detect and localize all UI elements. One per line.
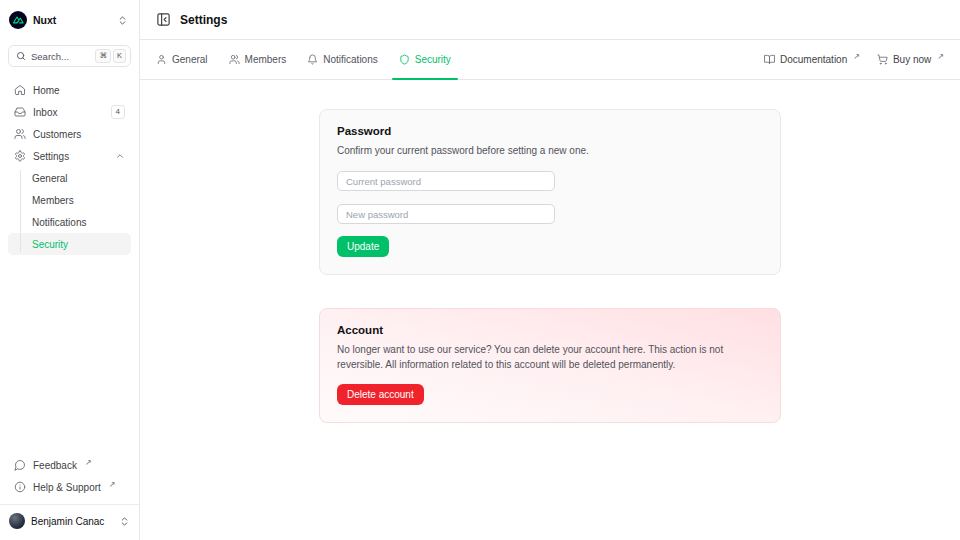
search-input[interactable]: Search... ⌘ K bbox=[8, 45, 131, 67]
tab-security[interactable]: Security bbox=[399, 40, 451, 79]
sidebar-item-settings[interactable]: Settings bbox=[8, 145, 131, 167]
tab-general[interactable]: General bbox=[156, 40, 208, 79]
user-menu[interactable]: Benjamin Canac bbox=[0, 504, 139, 532]
shield-icon bbox=[399, 54, 410, 65]
sidebar-item-label: Customers bbox=[33, 129, 81, 140]
users-icon bbox=[14, 128, 26, 140]
external-link-icon: ↗ bbox=[937, 52, 944, 61]
link-label: Buy now bbox=[893, 54, 931, 65]
new-password-field[interactable] bbox=[337, 204, 555, 224]
external-link-icon: ↗ bbox=[109, 480, 116, 489]
page-title: Settings bbox=[180, 13, 227, 27]
sidebar-item-inbox[interactable]: Inbox 4 bbox=[8, 101, 131, 123]
users-icon bbox=[229, 54, 240, 65]
home-icon bbox=[14, 84, 26, 96]
nuxt-logo-icon bbox=[9, 11, 27, 29]
sidebar-item-label: General bbox=[32, 173, 68, 184]
inbox-count-badge: 4 bbox=[111, 105, 125, 119]
app-window: Nuxt Search... ⌘ K Home bbox=[0, 0, 960, 540]
sidebar-item-home[interactable]: Home bbox=[8, 79, 131, 101]
gear-icon bbox=[14, 150, 26, 162]
sidebar-nav: Home Inbox 4 Customers Settings bbox=[8, 79, 131, 255]
search-placeholder: Search... bbox=[31, 51, 90, 62]
documentation-link[interactable]: Documentation↗ bbox=[764, 54, 860, 65]
sidebar-collapse-button[interactable] bbox=[156, 12, 171, 27]
tab-label: Notifications bbox=[323, 54, 377, 65]
tab-label: General bbox=[172, 54, 208, 65]
team-name: Nuxt bbox=[33, 14, 111, 26]
sidebar-item-label: Settings bbox=[33, 151, 69, 162]
sidebar-item-notifications[interactable]: Notifications bbox=[8, 211, 131, 233]
sidebar-item-label: Notifications bbox=[32, 217, 86, 228]
sidebar-item-label: Help & Support bbox=[33, 482, 101, 493]
avatar bbox=[9, 513, 25, 529]
sidebar-item-general[interactable]: General bbox=[8, 167, 131, 189]
tab-label: Members bbox=[245, 54, 287, 65]
account-card: Account No longer want to use our servic… bbox=[319, 308, 781, 423]
sidebar-item-label: Inbox bbox=[33, 107, 57, 118]
sidebar-item-label: Members bbox=[32, 195, 74, 206]
sidebar-item-members[interactable]: Members bbox=[8, 189, 131, 211]
card-description: No longer want to use our service? You c… bbox=[337, 342, 763, 372]
update-password-button[interactable]: Update bbox=[337, 236, 389, 257]
sidebar-item-help-support[interactable]: Help & Support↗ bbox=[8, 476, 131, 498]
link-label: Documentation bbox=[780, 54, 847, 65]
external-link-icon: ↗ bbox=[853, 52, 860, 61]
chevron-up-icon bbox=[115, 151, 125, 161]
chevron-updown-icon bbox=[119, 516, 130, 527]
team-switcher[interactable]: Nuxt bbox=[8, 8, 131, 32]
sidebar-spacer bbox=[8, 255, 131, 454]
user-icon bbox=[156, 54, 167, 65]
inbox-icon bbox=[14, 106, 26, 118]
book-open-icon bbox=[764, 54, 775, 65]
kbd-cmd: ⌘ bbox=[95, 49, 111, 63]
tab-members[interactable]: Members bbox=[229, 40, 287, 79]
sidebar-item-feedback[interactable]: Feedback↗ bbox=[8, 454, 131, 476]
external-link-icon: ↗ bbox=[85, 458, 92, 467]
card-description: Confirm your current password before set… bbox=[337, 143, 763, 158]
search-kbd-hints: ⌘ K bbox=[95, 49, 126, 63]
sidebar-item-customers[interactable]: Customers bbox=[8, 123, 131, 145]
delete-account-button[interactable]: Delete account bbox=[337, 384, 424, 405]
sidebar-item-label: Feedback bbox=[33, 460, 77, 471]
tab-label: Security bbox=[415, 54, 451, 65]
chevron-updown-icon bbox=[117, 15, 128, 26]
settings-subnav: General Members Notifications Security bbox=[8, 167, 131, 255]
password-card: Password Confirm your current password b… bbox=[319, 109, 781, 275]
buy-now-link[interactable]: Buy now↗ bbox=[877, 54, 944, 65]
sidebar-item-label: Home bbox=[33, 85, 60, 96]
sidebar: Nuxt Search... ⌘ K Home bbox=[0, 0, 140, 540]
bell-icon bbox=[307, 54, 318, 65]
sidebar-item-security[interactable]: Security bbox=[8, 233, 131, 255]
chat-bubble-icon bbox=[14, 459, 26, 471]
header-links: Documentation↗ Buy now↗ bbox=[764, 54, 944, 65]
main-area: Settings General Members Notifications bbox=[140, 0, 960, 540]
user-name: Benjamin Canac bbox=[31, 516, 113, 527]
kbd-k: K bbox=[113, 49, 126, 63]
settings-security-content: Password Confirm your current password b… bbox=[140, 80, 960, 540]
settings-tabbar: General Members Notifications Security bbox=[140, 40, 960, 80]
current-password-field[interactable] bbox=[337, 171, 555, 191]
sidebar-item-label: Security bbox=[32, 239, 68, 250]
page-header: Settings bbox=[140, 0, 960, 40]
card-title: Account bbox=[337, 324, 763, 336]
info-circle-icon bbox=[14, 481, 26, 493]
search-icon bbox=[16, 51, 26, 61]
card-title: Password bbox=[337, 125, 763, 137]
tab-notifications[interactable]: Notifications bbox=[307, 40, 377, 79]
cart-icon bbox=[877, 54, 888, 65]
